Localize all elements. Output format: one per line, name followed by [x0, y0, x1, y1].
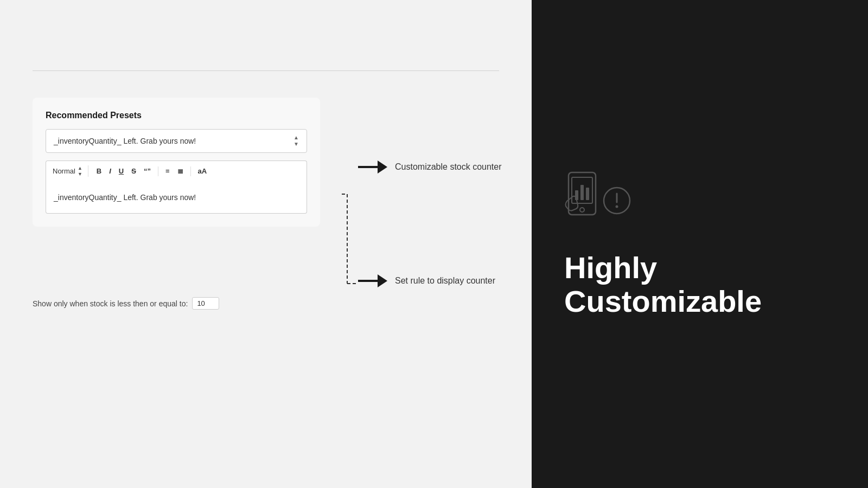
stock-rule-row: Show only when stock is less then or equ…	[33, 297, 499, 310]
arrow-shaft-1	[358, 166, 378, 168]
format-label: Normal	[53, 167, 75, 175]
icon-group	[564, 170, 632, 219]
italic-button[interactable]: I	[107, 166, 113, 176]
toolbar-divider-2	[190, 166, 191, 176]
preset-card: Recommended Presets _inventoryQuantity_ …	[33, 98, 320, 227]
preset-dropdown[interactable]: _inventoryQuantity_ Left. Grab yours now…	[46, 129, 307, 153]
arrow-head-2	[378, 274, 387, 287]
heading-line-1: Highly	[564, 251, 762, 285]
phone-chart-icon	[564, 170, 608, 219]
callout-1-label: Customizable stock counter	[395, 162, 502, 172]
callout-1: Customizable stock counter	[358, 160, 502, 174]
toolbar-divider	[158, 166, 158, 176]
bold-button[interactable]: B	[95, 166, 103, 176]
dashed-connector-svg	[342, 167, 353, 284]
arrow-shaft-2	[358, 280, 378, 282]
underline-button[interactable]: U	[117, 166, 125, 176]
editor-toolbar: Normal ▲ ▼ B I U S “” ≡ ≣ aA	[46, 160, 307, 181]
editor-area[interactable]: _inventoryQuantity_ Left. Grab yours now…	[46, 181, 307, 214]
left-panel: Recommended Presets _inventoryQuantity_ …	[0, 0, 532, 488]
callout-2-arrow	[358, 274, 387, 287]
dropdown-value: _inventoryQuantity_ Left. Grab yours now…	[54, 137, 196, 145]
svg-point-8	[580, 208, 584, 212]
alert-icon	[602, 186, 632, 216]
stock-rule-label: Show only when stock is less then or equ…	[33, 299, 188, 308]
editor-content: _inventoryQuantity_ Left. Grab yours now…	[54, 193, 196, 202]
strikethrough-button[interactable]: S	[130, 166, 138, 176]
main-heading: Highly Customizable	[564, 251, 762, 318]
align-right-button[interactable]: ≣	[176, 166, 185, 176]
arrow-head-1	[378, 160, 387, 174]
stock-rule-input[interactable]	[192, 297, 219, 310]
quote-button[interactable]: “”	[142, 166, 152, 176]
right-panel: Highly Customizable	[532, 0, 868, 488]
dropdown-arrows-icon: ▲ ▼	[293, 135, 299, 147]
font-size-button[interactable]: aA	[196, 166, 209, 176]
callout-1-arrow	[358, 160, 387, 174]
svg-rect-6	[580, 185, 584, 200]
align-left-button[interactable]: ≡	[164, 166, 171, 176]
format-arrows-icon: ▲ ▼	[78, 165, 82, 177]
svg-rect-7	[586, 188, 589, 200]
format-select[interactable]: Normal ▲ ▼	[53, 165, 88, 177]
callout-2: Set rule to display counter	[358, 274, 495, 287]
top-divider	[33, 70, 499, 71]
callout-2-label: Set rule to display counter	[395, 276, 495, 286]
heading-line-2: Customizable	[564, 285, 762, 318]
preset-card-title: Recommended Presets	[46, 111, 307, 120]
svg-point-11	[616, 206, 618, 208]
